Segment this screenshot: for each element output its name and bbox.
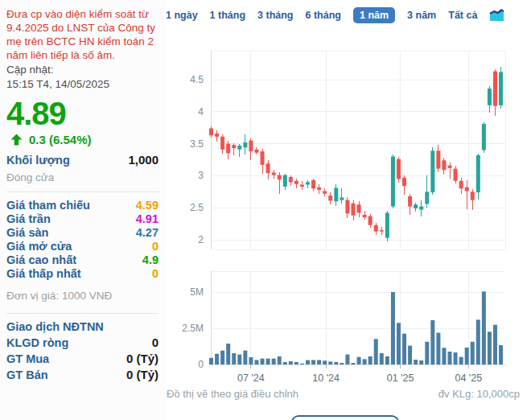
volume-tick-label: 2.5M	[182, 323, 204, 334]
price-volume-chart[interactable]: 4.543.532.525M2.5M007 '2410 '2401 '2504 …	[0, 0, 531, 420]
volume-bar	[306, 360, 310, 364]
tab-1-ngày[interactable]: 1 ngày	[166, 7, 198, 23]
volume-bar	[215, 354, 219, 364]
volume-bar	[408, 346, 412, 364]
candle-body	[352, 204, 356, 216]
volume-bar	[289, 361, 293, 364]
candle-body	[442, 160, 446, 170]
tab-1-tháng[interactable]: 1 tháng	[210, 7, 245, 23]
price-tick-label: 3	[198, 170, 204, 181]
area-chart-icon[interactable]	[489, 9, 504, 22]
candle-body	[380, 230, 384, 232]
candle-body	[209, 128, 213, 135]
candle-body	[448, 166, 452, 168]
volume-bar	[476, 319, 480, 364]
candle-body	[476, 155, 480, 192]
volume-bar	[237, 355, 241, 364]
tab-tất-cả[interactable]: Tất cả	[448, 7, 477, 23]
candle-body	[278, 175, 282, 180]
volume-bar	[465, 348, 469, 364]
volume-bar	[266, 359, 270, 364]
volume-bar	[385, 356, 389, 364]
volume-bar	[448, 352, 452, 364]
volume-bar	[272, 359, 276, 364]
candle-body	[306, 182, 310, 184]
month-label: 10 '24	[312, 373, 340, 384]
volume-bar	[243, 351, 247, 364]
candle-body	[334, 188, 338, 202]
volume-bar	[352, 363, 356, 364]
volume-bar	[488, 331, 492, 364]
tab-3-năm[interactable]: 3 năm	[407, 7, 436, 23]
volume-bar	[402, 334, 406, 364]
candle-body	[419, 207, 423, 210]
tab-3-tháng[interactable]: 3 tháng	[257, 7, 293, 23]
volume-bar	[209, 358, 213, 364]
candle-body	[488, 89, 492, 105]
candle-body	[425, 191, 429, 204]
volume-bar	[419, 360, 423, 364]
candle-body	[232, 145, 236, 148]
volume-bar	[278, 356, 282, 364]
candle-body	[385, 213, 389, 238]
volume-bar	[482, 291, 486, 364]
time-range-tabs: 1 ngày1 tháng3 tháng6 tháng1 năm3 nămTất…	[166, 7, 504, 23]
volume-bar	[368, 356, 373, 364]
candle-body	[266, 163, 270, 173]
candle-body	[482, 124, 486, 150]
candle-body	[465, 187, 469, 191]
candle-body	[340, 197, 344, 200]
volume-bar	[283, 362, 287, 364]
month-label: 07 '24	[237, 373, 265, 384]
candle-body	[454, 169, 458, 181]
volume-bar	[254, 360, 258, 364]
volume-bar	[294, 362, 298, 364]
candle-body	[374, 225, 378, 232]
volume-unit-note: đv KLg: 10,000cp	[438, 388, 520, 400]
candle-body	[220, 137, 224, 150]
stock-quote-page: Đưa cp vào diện kiểm soát từ 9.4.2025 do…	[0, 0, 531, 420]
volume-bar	[471, 342, 475, 364]
candle-body	[430, 150, 434, 192]
candle-body	[459, 181, 463, 189]
volume-bar	[363, 359, 367, 364]
candle-body	[300, 185, 304, 187]
volume-bar	[311, 360, 315, 364]
volume-bar	[340, 363, 344, 364]
price-tick-label: 2	[198, 234, 204, 245]
candle-body	[272, 172, 276, 175]
month-label: 04 '25	[455, 373, 482, 384]
candle-body	[237, 146, 241, 150]
tab-6-tháng[interactable]: 6 tháng	[306, 7, 341, 23]
price-tick-label: 4	[198, 106, 204, 117]
price-tick-label: 2.5	[190, 202, 204, 213]
volume-bar	[374, 339, 378, 364]
candle-body	[323, 191, 327, 194]
volume-bar	[380, 353, 384, 364]
volume-bar	[232, 353, 236, 364]
volume-bar	[357, 357, 361, 364]
price-tick-label: 3.5	[190, 138, 204, 150]
candle-body	[402, 178, 406, 186]
volume-tick-label: 0	[198, 359, 204, 370]
volume-bar	[493, 325, 497, 364]
volume-bar	[454, 352, 458, 364]
candle-body	[215, 134, 219, 137]
volume-bar	[300, 364, 304, 364]
candle-body	[414, 204, 418, 208]
candle-body	[289, 177, 293, 182]
volume-bar	[226, 344, 230, 364]
candle-body	[294, 181, 298, 184]
candle-body	[345, 200, 349, 214]
tab-1-năm[interactable]: 1 năm	[353, 7, 395, 23]
candle-body	[311, 180, 315, 188]
volume-bar	[220, 351, 224, 364]
candle-body	[363, 215, 367, 217]
volume-bar	[459, 357, 463, 364]
partial-button[interactable]	[291, 415, 399, 420]
month-label: 01 '25	[387, 373, 414, 384]
volume-bar	[430, 320, 434, 364]
candle-body	[368, 216, 373, 225]
adjusted-price-note: Đồ thị vẽ theo giá điều chỉnh	[167, 388, 298, 400]
candle-body	[328, 196, 332, 200]
